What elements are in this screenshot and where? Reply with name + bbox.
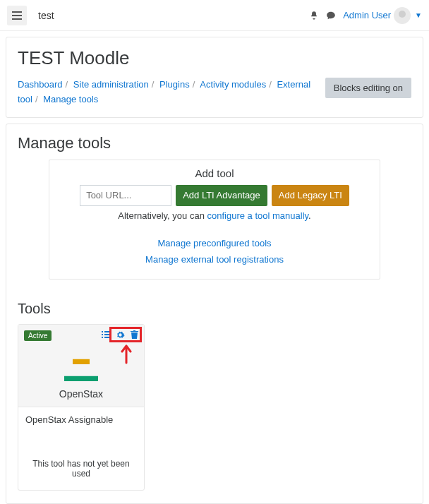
- breadcrumb-activity-modules[interactable]: Activity modules: [200, 79, 266, 90]
- add-tool-box: Add tool Add LTI Advantage Add Legacy LT…: [49, 160, 380, 280]
- trash-icon: [131, 330, 138, 339]
- manage-tools-region: Manage tools Add tool Add LTI Advantage …: [6, 124, 423, 504]
- tool-subtitle: OpenStax Assignable: [18, 407, 144, 453]
- site-brand: test: [38, 10, 54, 21]
- manage-tools-heading: Manage tools: [18, 134, 411, 152]
- manage-registrations-link[interactable]: Manage external tool registrations: [145, 254, 284, 265]
- tool-logo: ▬▬▬: [24, 350, 138, 384]
- book-icon: ▬▬: [64, 366, 98, 385]
- breadcrumb: Dashboard/ Site administration/ Plugins/…: [18, 78, 318, 107]
- tool-usage-text: This tool has not yet been used: [18, 453, 144, 490]
- tool-card: Active ▬▬▬ OpenStax OpenStax Assignable …: [18, 324, 145, 491]
- tool-name: OpenStax: [24, 388, 138, 400]
- bell-icon: [309, 11, 319, 20]
- list-icon: [102, 330, 110, 339]
- breadcrumb-plugins[interactable]: Plugins: [159, 79, 190, 90]
- nav-drawer-toggle[interactable]: [7, 6, 27, 25]
- gear-icon: [116, 330, 125, 340]
- notifications-button[interactable]: [309, 11, 319, 20]
- breadcrumb-site-administration[interactable]: Site administration: [73, 79, 149, 90]
- topbar: test Admin User ▼: [0, 0, 429, 31]
- user-menu[interactable]: Admin User: [343, 10, 391, 20]
- breadcrumb-manage-tools[interactable]: Manage tools: [43, 94, 98, 104]
- tool-delete-icon[interactable]: [128, 329, 140, 340]
- messages-button[interactable]: [326, 11, 336, 20]
- alternative-text: Alternatively, you can configure a tool …: [61, 210, 368, 221]
- blocks-editing-button[interactable]: Blocks editing on: [325, 78, 411, 98]
- speech-bubble-icon: [326, 11, 336, 20]
- tool-list-icon[interactable]: [100, 329, 111, 340]
- page-header-region: TEST Moodle Dashboard/ Site administrati…: [6, 37, 423, 118]
- tools-heading: Tools: [18, 301, 411, 317]
- hamburger-icon: [12, 11, 22, 20]
- breadcrumb-dashboard[interactable]: Dashboard: [18, 79, 63, 90]
- manage-preconfigured-link[interactable]: Manage preconfigured tools: [157, 238, 271, 248]
- tool-actions: [100, 329, 140, 340]
- user-avatar[interactable]: [394, 7, 411, 24]
- tool-card-header: Active ▬▬▬ OpenStax: [18, 325, 144, 407]
- tool-url-input[interactable]: [80, 185, 171, 206]
- add-lti-advantage-button[interactable]: Add LTI Advantage: [176, 185, 267, 206]
- configure-manually-link[interactable]: configure a tool manually: [207, 210, 309, 221]
- page-title: TEST Moodle: [18, 47, 411, 69]
- user-menu-caret[interactable]: ▼: [415, 11, 422, 19]
- status-badge: Active: [24, 330, 52, 341]
- add-legacy-lti-button[interactable]: Add Legacy LTI: [272, 185, 349, 206]
- tool-settings-icon[interactable]: [114, 329, 126, 340]
- add-tool-heading: Add tool: [61, 167, 368, 179]
- book-icon: ▬: [73, 349, 90, 368]
